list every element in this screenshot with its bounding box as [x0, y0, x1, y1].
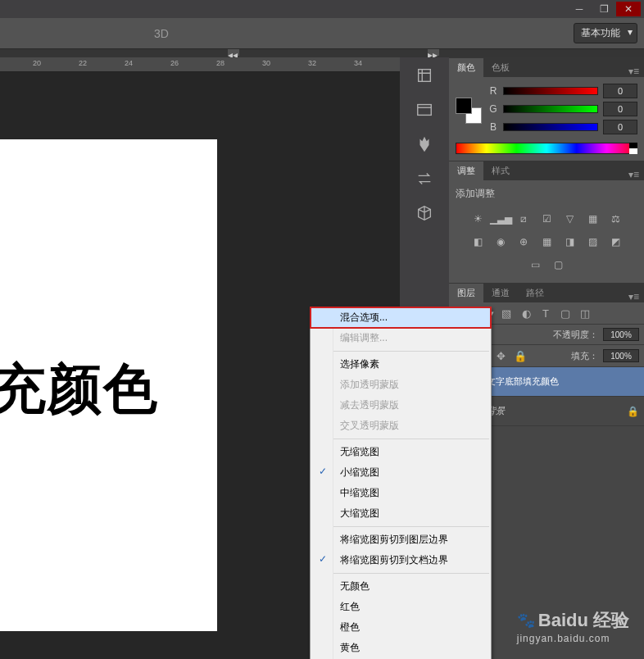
opacity-input[interactable]: 100% [603, 328, 639, 341]
hue-icon[interactable]: ▦ [584, 211, 601, 227]
posterize-icon[interactable]: ▨ [584, 234, 601, 250]
ctx-item[interactable]: ✓将缩览图剪切到文档边界 [311, 550, 491, 570]
tab-adjustments[interactable]: 调整 [449, 161, 483, 180]
ctx-item-label: 无颜色 [340, 580, 370, 592]
flyout-handle-icon[interactable]: ▸▸ [428, 49, 439, 56]
ctx-item[interactable]: 红色 [311, 597, 491, 617]
adjust-title: 添加调整 [456, 187, 637, 201]
g-slider[interactable] [503, 105, 598, 113]
ctx-item[interactable]: 将缩览图剪切到图层边界 [311, 529, 491, 550]
lookup-icon[interactable]: ▦ [538, 234, 555, 250]
tab-layers[interactable]: 图层 [449, 284, 483, 302]
properties-icon[interactable] [415, 100, 434, 120]
close-button[interactable]: ✕ [616, 2, 641, 16]
bw-icon[interactable]: ◧ [469, 234, 486, 250]
foreground-swatch[interactable] [456, 98, 472, 114]
ctx-item-label: 大缩览图 [340, 507, 379, 519]
invert-icon[interactable]: ◨ [561, 234, 578, 250]
filter-type-icon[interactable]: T [538, 306, 553, 320]
panel-menu-icon[interactable]: ▾≡ [624, 291, 644, 302]
lock-all-icon[interactable]: 🔒 [513, 348, 528, 363]
ctx-item[interactable]: 无颜色 [311, 576, 491, 597]
r-slider[interactable] [503, 87, 598, 95]
paw-icon: 🐾 [517, 611, 535, 629]
ctx-item[interactable]: 选择像素 [311, 354, 491, 375]
layer-name: 背景 [487, 405, 620, 417]
svg-rect-1 [418, 105, 432, 116]
fill-input[interactable]: 100% [603, 349, 639, 362]
g-input[interactable] [603, 102, 637, 116]
curves-icon[interactable]: ⧄ [515, 211, 532, 227]
ctx-separator [312, 439, 489, 439]
watermark-text: Baidu 经验 [538, 608, 629, 633]
brightness-icon[interactable]: ☀ [469, 211, 486, 227]
balance-icon[interactable]: ⚖ [607, 211, 624, 227]
history-icon[interactable] [415, 66, 434, 85]
tab-styles[interactable]: 样式 [483, 161, 518, 180]
ctx-item-label: 交叉透明蒙版 [340, 420, 399, 431]
filter-pixel-icon[interactable]: ▧ [499, 306, 514, 320]
horizontal-ruler: 20 22 24 26 28 30 32 34 [0, 57, 400, 72]
filter-shape-icon[interactable]: ▢ [558, 306, 573, 320]
ruler-tick: 22 [79, 59, 87, 67]
levels-icon[interactable]: ▁▃▅ [492, 211, 509, 227]
lock-pos-icon[interactable]: ✥ [493, 348, 508, 363]
flyout-handle-icon[interactable]: ◂◂ [228, 49, 239, 56]
workspace-selector[interactable]: 基本功能 [574, 23, 637, 43]
menu-3d[interactable]: 3D [154, 27, 169, 40]
panel-menu-icon[interactable]: ▾≡ [624, 169, 644, 180]
tab-channels[interactable]: 通道 [483, 284, 518, 302]
ruler-tick: 34 [354, 59, 362, 67]
b-slider[interactable] [503, 123, 598, 131]
panel-menu-icon[interactable]: ▾≡ [624, 66, 644, 77]
vibrance-icon[interactable]: ▽ [561, 211, 578, 227]
r-label: R [488, 85, 498, 97]
ctx-item[interactable]: 大缩览图 [311, 503, 491, 524]
svg-rect-0 [419, 70, 431, 82]
ctx-item-label: 将缩览图剪切到文档边界 [340, 554, 448, 566]
tab-color[interactable]: 颜色 [449, 58, 483, 77]
r-input[interactable] [603, 84, 637, 98]
ctx-item: 添加透明蒙版 [311, 375, 491, 395]
ctx-item: 减去透明蒙版 [311, 395, 491, 416]
check-icon: ✓ [319, 553, 327, 565]
threshold-icon[interactable]: ◩ [607, 234, 624, 250]
rgb-sliders: R G B [488, 84, 637, 138]
filter-adjust-icon[interactable]: ◐ [519, 306, 533, 320]
b-input[interactable] [603, 120, 637, 134]
ctx-item[interactable]: ✓小缩览图 [311, 462, 491, 483]
gradient-map-icon[interactable]: ▭ [527, 257, 543, 273]
ctx-item[interactable]: 黄色 [311, 638, 491, 658]
ruler-tick: 26 [170, 59, 179, 67]
tab-paths[interactable]: 路径 [518, 284, 552, 302]
color-swatch[interactable] [456, 98, 482, 124]
ctx-item[interactable]: 中缩览图 [311, 483, 491, 503]
ctx-item[interactable]: 无缩览图 [311, 442, 491, 462]
minimize-button[interactable]: ─ [567, 2, 592, 16]
canvas-document[interactable]: 充颜色 [0, 139, 217, 631]
ctx-item-label: 选择像素 [340, 358, 379, 370]
watermark: 🐾Baidu 经验 jingyan.baidu.com [517, 608, 629, 644]
ctx-item-label: 无缩览图 [340, 446, 379, 457]
layers-panel-tabs: 图层 通道 路径 ▾≡ [449, 283, 644, 302]
mixer-icon[interactable]: ⊕ [515, 234, 532, 250]
ctx-item-label: 混合选项... [340, 311, 388, 323]
filter-smart-icon[interactable]: ◫ [578, 306, 592, 320]
tab-swatches[interactable]: 色板 [483, 58, 518, 77]
panel-flyout-bar: ◂◂ ▸▸ [0, 49, 644, 57]
selective-icon[interactable]: ▢ [550, 257, 566, 273]
hue-spectrum[interactable] [456, 143, 637, 154]
maximize-button[interactable]: ❐ [592, 2, 616, 16]
cube-icon[interactable] [415, 203, 434, 223]
b-label: B [488, 121, 498, 133]
brush-icon[interactable] [415, 134, 434, 154]
ctx-item[interactable]: 橙色 [311, 617, 491, 638]
ctx-item-label: 红色 [340, 601, 360, 612]
ruler-tick: 30 [262, 59, 270, 67]
ctx-item[interactable]: 混合选项... [311, 307, 491, 328]
exposure-icon[interactable]: ☑ [538, 211, 555, 227]
swap-icon[interactable] [415, 169, 434, 189]
ruler-tick: 24 [125, 59, 133, 67]
photo-filter-icon[interactable]: ◉ [492, 234, 509, 250]
check-icon: ✓ [319, 466, 327, 477]
